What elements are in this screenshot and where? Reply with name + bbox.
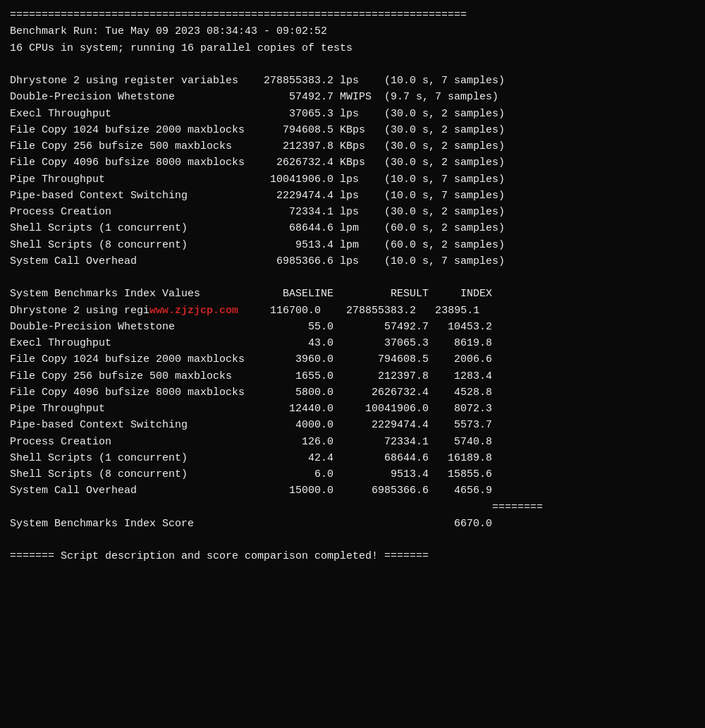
- equals-line: ========: [10, 499, 695, 516]
- index-section: System Benchmarks Index Values BASELINE …: [10, 286, 695, 532]
- index-table-header: System Benchmarks Index Values BASELINE …: [10, 286, 695, 302]
- index-table-row: Shell Scripts (8 concurrent) 6.0 9513.4 …: [10, 466, 695, 483]
- index-table-row: Dhrystone 2 using regiwww.zjzjcp.com 116…: [10, 303, 695, 319]
- index-table-row: Pipe Throughput 12440.0 10041906.0 8072.…: [10, 401, 695, 417]
- score-line: System Benchmarks Index Score 6670.0: [10, 516, 695, 532]
- footer-line: ======= Script description and score com…: [10, 548, 695, 564]
- benchmark-row: Dhrystone 2 using register variables 278…: [10, 73, 695, 89]
- benchmark-row: System Call Overhead 6985366.6 lps (10.0…: [10, 253, 695, 269]
- benchmark-row: Shell Scripts (8 concurrent) 9513.4 lpm …: [10, 237, 695, 253]
- index-table-row: File Copy 4096 bufsize 8000 maxblocks 58…: [10, 384, 695, 401]
- benchmark-row: Execl Throughput 37065.3 lps (30.0 s, 2 …: [10, 106, 695, 122]
- index-table-row: Process Creation 126.0 72334.1 5740.8: [10, 434, 695, 450]
- benchmarks-section: Dhrystone 2 using register variables 278…: [10, 73, 695, 269]
- benchmark-row: File Copy 4096 bufsize 8000 maxblocks 26…: [10, 154, 695, 171]
- header-line1: Benchmark Run: Tue May 09 2023 08:34:43 …: [10, 23, 695, 40]
- benchmark-row: Double-Precision Whetstone 57492.7 MWIPS…: [10, 89, 695, 105]
- index-table-row: Shell Scripts (1 concurrent) 42.4 68644.…: [10, 450, 695, 466]
- index-table-row: System Call Overhead 15000.0 6985366.6 4…: [10, 483, 695, 499]
- index-table-row: Pipe-based Context Switching 4000.0 2229…: [10, 417, 695, 433]
- index-table-row: Double-Precision Whetstone 55.0 57492.7 …: [10, 319, 695, 335]
- benchmark-row: File Copy 1024 bufsize 2000 maxblocks 79…: [10, 122, 695, 138]
- index-table-row: File Copy 1024 bufsize 2000 maxblocks 39…: [10, 351, 695, 368]
- watermark: www.zjzjcp.com: [149, 305, 238, 317]
- index-table-row: Execl Throughput 43.0 37065.3 8619.8: [10, 335, 695, 351]
- benchmark-row: File Copy 256 bufsize 500 maxblocks 2123…: [10, 138, 695, 154]
- index-table-row: File Copy 256 bufsize 500 maxblocks 1655…: [10, 368, 695, 384]
- top-divider: ========================================…: [10, 7, 695, 23]
- benchmark-row: Shell Scripts (1 concurrent) 68644.6 lpm…: [10, 220, 695, 236]
- benchmark-row: Pipe-based Context Switching 2229474.4 l…: [10, 188, 695, 204]
- header-line2: 16 CPUs in system; running 16 parallel c…: [10, 40, 695, 56]
- benchmark-row: Pipe Throughput 10041906.0 lps (10.0 s, …: [10, 171, 695, 188]
- benchmark-row: Process Creation 72334.1 lps (30.0 s, 2 …: [10, 204, 695, 220]
